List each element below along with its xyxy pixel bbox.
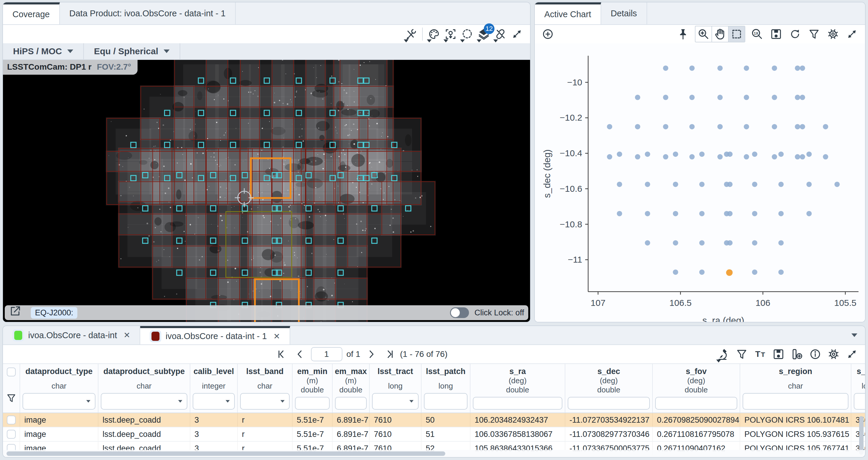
- column-name[interactable]: s_fov: [686, 367, 707, 376]
- row-checkbox[interactable]: [7, 416, 16, 424]
- zoom-in-button[interactable]: [695, 26, 712, 42]
- sky-status-bar: EQ-J2000: Click Lock: off: [5, 305, 528, 320]
- column-name[interactable]: s_ra: [509, 367, 526, 376]
- column-header-s_region: s_regionchar: [740, 364, 851, 412]
- close-icon[interactable]: ✕: [124, 331, 130, 340]
- column-type: char: [52, 381, 67, 391]
- column-filter-input[interactable]: [193, 393, 235, 409]
- table-settings-button[interactable]: [825, 346, 842, 363]
- scrollbar-thumb[interactable]: [6, 451, 445, 456]
- pan-button[interactable]: [712, 26, 729, 42]
- top-section: CoverageData Product: ivoa.ObsCore - dat…: [2, 2, 866, 323]
- zoom-original-button[interactable]: 1X: [749, 26, 766, 42]
- column-name[interactable]: s_region: [779, 367, 812, 376]
- column-filter-input[interactable]: [101, 393, 187, 409]
- column-name[interactable]: lsst_patch: [426, 367, 466, 376]
- column-filter-input[interactable]: [424, 393, 467, 409]
- column-unit: (deg): [600, 376, 618, 385]
- prev-page-button[interactable]: [293, 346, 307, 363]
- cell-s_fov: 0.26709825090027894: [653, 413, 740, 427]
- data-point: [795, 154, 800, 159]
- selected-data-point: [726, 269, 733, 276]
- data-point: [699, 211, 705, 216]
- expand-chart-button[interactable]: [844, 26, 860, 42]
- chart-settings-button[interactable]: [825, 26, 841, 42]
- save-chart-button[interactable]: [768, 26, 784, 42]
- unlink-button[interactable]: [492, 26, 509, 42]
- table-row[interactable]: imagelsst.deep_coadd3r5.51e-76.891e-7761…: [3, 413, 865, 427]
- column-filter-input[interactable]: [854, 393, 865, 409]
- expand-table-button[interactable]: [844, 346, 860, 363]
- page-number-input[interactable]: [311, 347, 342, 361]
- click-lock-toggle[interactable]: [450, 307, 469, 318]
- sky-canvas[interactable]: [3, 60, 530, 322]
- column-name[interactable]: s_dec: [597, 367, 620, 376]
- save-icon: [772, 348, 785, 361]
- inspect-button[interactable]: [715, 346, 732, 363]
- mouse-readout[interactable]: EQ-J2000:: [31, 307, 78, 318]
- column-filter-input[interactable]: [372, 393, 418, 409]
- text-view-button[interactable]: TT: [752, 346, 768, 363]
- column-filter-input[interactable]: [295, 397, 330, 409]
- column-name[interactable]: lsst_band: [246, 367, 283, 376]
- add-chart-button[interactable]: [539, 26, 556, 42]
- layers-button[interactable]: 12: [475, 26, 492, 42]
- scatter-chart[interactable]: 107106.5106105.5−10−10.2−10.4−10.6−10.8−…: [535, 43, 865, 323]
- last-page-button[interactable]: [382, 346, 396, 363]
- coord-system-dropdown[interactable]: Equ / Spherical: [84, 43, 180, 59]
- table-info-button[interactable]: [807, 346, 824, 363]
- filter-button[interactable]: [806, 26, 823, 42]
- first-page-button[interactable]: [275, 346, 289, 363]
- save-table-button[interactable]: [770, 346, 787, 363]
- table-row[interactable]: imagelsst.deep_coadd3r5.51e-76.891e-7761…: [3, 427, 865, 441]
- column-name[interactable]: dataproduct_subtype: [103, 367, 185, 376]
- vertical-scrollbar[interactable]: [859, 416, 864, 455]
- tab-active-chart[interactable]: Active Chart: [535, 2, 601, 24]
- hips-moc-dropdown[interactable]: HiPS / MOC: [3, 43, 83, 59]
- column-name[interactable]: dataproduct_type: [26, 367, 93, 376]
- dropdown-caret-icon: [493, 39, 498, 42]
- restore-chart-button[interactable]: [787, 26, 803, 42]
- table-tab-menu-caret[interactable]: [851, 333, 857, 337]
- column-unit: (m): [345, 376, 356, 385]
- fov-readout: FOV:2.7°: [97, 62, 131, 71]
- horizontal-scrollbar[interactable]: [3, 450, 865, 457]
- table-filter-button[interactable]: [734, 346, 750, 363]
- column-filter-input[interactable]: [743, 393, 848, 409]
- column-filter-input[interactable]: [655, 397, 737, 409]
- select-all-checkbox[interactable]: [7, 368, 16, 376]
- tab-coverage[interactable]: Coverage: [3, 2, 60, 24]
- column-name[interactable]: s_xel1: [857, 367, 865, 376]
- add-column-button[interactable]: [788, 346, 805, 363]
- box-select-button[interactable]: [729, 26, 745, 42]
- data-point: [717, 95, 723, 100]
- column-name[interactable]: lsst_tract: [377, 367, 413, 376]
- column-filter-input[interactable]: [23, 393, 95, 409]
- close-icon[interactable]: ✕: [273, 332, 280, 341]
- tab-data-product-ivoa-obscore-data-int-1[interactable]: Data Product: ivoa.ObsCore - data-int - …: [60, 2, 236, 24]
- y-tick-label: −10.8: [560, 219, 582, 229]
- pin-button[interactable]: [675, 26, 691, 42]
- column-filter-input[interactable]: [335, 397, 367, 409]
- x-tick-label: 106: [755, 298, 770, 308]
- tab-ivoa-obscore-data-int[interactable]: ivoa.ObsCore - data-int✕: [3, 326, 140, 344]
- open-expanded-button[interactable]: [9, 304, 26, 321]
- sky-view[interactable]: LSSTComCam: DP1 rFOV:2.7° EQ-J2000: Clic…: [3, 60, 530, 322]
- palette-button[interactable]: [426, 26, 442, 42]
- column-name[interactable]: em_max: [335, 367, 367, 376]
- recenter-button[interactable]: [442, 26, 459, 42]
- expand-coverage-button[interactable]: [509, 26, 525, 42]
- column-filter-input[interactable]: [240, 393, 290, 409]
- column-name[interactable]: em_min: [297, 367, 327, 376]
- tab-details[interactable]: Details: [601, 2, 647, 24]
- tools-button[interactable]: [403, 26, 419, 42]
- cell-s_region: POLYGON ICRS 106.107481 -11.167368 1(: [740, 413, 851, 427]
- next-page-button[interactable]: [364, 346, 378, 363]
- column-name[interactable]: calib_level: [193, 367, 234, 376]
- select-area-button[interactable]: [459, 26, 475, 42]
- column-filter-input[interactable]: [568, 397, 650, 409]
- tab-ivoa-obscore-data-int-1[interactable]: ivoa.ObsCore - data-int - 1✕: [140, 326, 290, 344]
- row-checkbox[interactable]: [7, 430, 16, 439]
- chart-area[interactable]: 107106.5106105.5−10−10.2−10.4−10.6−10.8−…: [535, 43, 865, 323]
- column-filter-input[interactable]: [473, 397, 562, 409]
